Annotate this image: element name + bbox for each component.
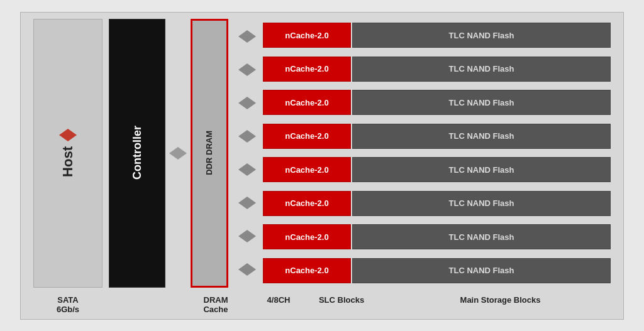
ncache-block-4: nCache-2.0 (263, 124, 351, 149)
nand-block-8: TLC NAND Flash (352, 258, 611, 283)
ncache-block-1: nCache-2.0 (263, 23, 351, 48)
right-section: nCache-2.0 TLC NAND Flash nCache-2.0 TLC… (231, 19, 611, 288)
nand-label-4: TLC NAND Flash (449, 131, 514, 141)
ncache-label-7: nCache-2.0 (285, 232, 328, 242)
nand-block-3: TLC NAND Flash (352, 90, 611, 115)
label-controller-spacer (103, 295, 165, 314)
ddr-block: DDR DRAM (191, 19, 228, 288)
host-label: Host (60, 146, 76, 177)
host-block: Host (33, 19, 103, 288)
nand-label-1: TLC NAND Flash (449, 31, 514, 40)
table-row: nCache-2.0 TLC NAND Flash (263, 124, 611, 149)
host-direction-arrow (59, 129, 77, 141)
mid-arrow-right (178, 147, 187, 160)
ncache-label-3: nCache-2.0 (285, 98, 328, 107)
table-row: nCache-2.0 TLC NAND Flash (263, 23, 611, 48)
arrow-left-red (59, 129, 68, 141)
nand-block-2: TLC NAND Flash (352, 57, 611, 82)
bottom-labels: SATA 6Gb/s DRAM Cache 4/8CH SLC Blocks M… (21, 295, 623, 314)
sata-text: SATA (57, 295, 78, 305)
ncache-label-2: nCache-2.0 (285, 64, 328, 73)
table-row: nCache-2.0 TLC NAND Flash (263, 191, 611, 216)
flash-rows: nCache-2.0 TLC NAND Flash nCache-2.0 TLC… (263, 19, 611, 288)
ch-arrow-1 (231, 24, 263, 49)
slc-text: SLC Blocks (319, 295, 364, 305)
dram-cache-text: DRAM Cache (203, 295, 228, 314)
nand-label-7: TLC NAND Flash (449, 232, 514, 242)
nand-label-8: TLC NAND Flash (449, 266, 514, 275)
label-slc-blocks: SLC Blocks (297, 295, 386, 314)
ch-arrow-2 (231, 57, 263, 82)
ncache-block-7: nCache-2.0 (263, 224, 351, 249)
nand-label-6: TLC NAND Flash (449, 198, 514, 208)
table-row: nCache-2.0 TLC NAND Flash (263, 258, 611, 283)
label-sata: SATA 6Gb/s (33, 295, 103, 314)
nand-label-3: TLC NAND Flash (449, 98, 514, 107)
ddr-label: DDR DRAM (204, 131, 214, 175)
ch-arrow-6 (231, 190, 263, 215)
main-storage-text: Main Storage Blocks (460, 295, 541, 305)
mid-arrow-left (169, 147, 178, 160)
channels-text: 4/8CH (267, 295, 291, 305)
sata-speed: 6Gb/s (57, 305, 79, 314)
ch-arrow-4 (231, 124, 263, 149)
nand-block-7: TLC NAND Flash (352, 224, 611, 249)
controller-ddr-arrow (169, 147, 187, 160)
arrow-right-red (68, 129, 77, 141)
host-arrow (59, 129, 77, 141)
ncache-block-3: nCache-2.0 (263, 90, 351, 115)
ncache-label-6: nCache-2.0 (285, 198, 328, 208)
ncache-block-6: nCache-2.0 (263, 191, 351, 216)
ncache-label-5: nCache-2.0 (285, 165, 328, 175)
nand-block-5: TLC NAND Flash (352, 157, 611, 182)
nand-block-1: TLC NAND Flash (352, 23, 611, 48)
table-row: nCache-2.0 TLC NAND Flash (263, 157, 611, 182)
mid-arrow-area (165, 19, 191, 288)
ncache-block-2: nCache-2.0 (263, 57, 351, 82)
ch-arrow-7 (231, 224, 263, 249)
table-row: nCache-2.0 TLC NAND Flash (263, 224, 611, 249)
ncache-label-4: nCache-2.0 (285, 131, 328, 141)
controller-label: Controller (131, 126, 144, 180)
diagram-wrapper: Host Controller DDR DRAM (20, 12, 624, 320)
nand-block-6: TLC NAND Flash (352, 191, 611, 216)
controller-block: Controller (109, 19, 165, 288)
ncache-block-5: nCache-2.0 (263, 157, 351, 182)
diagram-body: Host Controller DDR DRAM (33, 19, 611, 288)
table-row: nCache-2.0 TLC NAND Flash (263, 90, 611, 115)
table-row: nCache-2.0 TLC NAND Flash (263, 57, 611, 82)
label-channels: 4/8CH (263, 295, 294, 314)
ch-arrow-8 (231, 257, 263, 282)
label-main-storage: Main Storage Blocks (390, 295, 611, 314)
ch-arrow-3 (231, 90, 263, 116)
label-dram-cache: DRAM Cache (197, 295, 235, 314)
nand-label-2: TLC NAND Flash (449, 64, 514, 73)
ncache-label-1: nCache-2.0 (285, 31, 328, 40)
ncache-label-8: nCache-2.0 (285, 266, 328, 275)
nand-label-5: TLC NAND Flash (449, 165, 514, 175)
ch-arrow-5 (231, 157, 263, 182)
nand-block-4: TLC NAND Flash (352, 124, 611, 149)
ncache-block-8: nCache-2.0 (263, 258, 351, 283)
channels-col (231, 19, 263, 288)
